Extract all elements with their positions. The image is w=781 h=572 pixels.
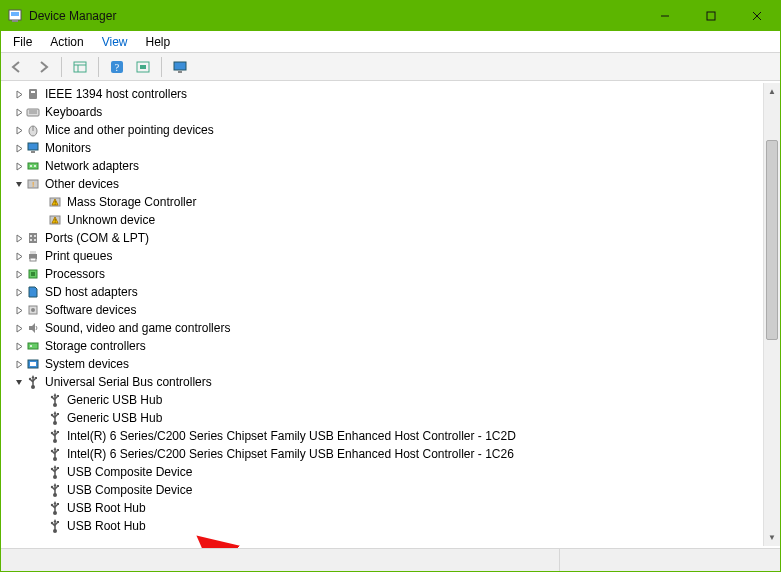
tree-item[interactable]: Keyboards bbox=[3, 103, 762, 121]
svg-rect-7 bbox=[74, 62, 86, 72]
tree-item[interactable]: Processors bbox=[3, 265, 762, 283]
svg-rect-113 bbox=[57, 521, 59, 523]
chevron-right-icon[interactable] bbox=[13, 103, 25, 121]
chevron-down-icon[interactable] bbox=[13, 175, 25, 193]
tree-item[interactable]: USB Root Hub bbox=[3, 499, 762, 517]
svg-point-38 bbox=[34, 235, 36, 237]
monitor-button[interactable] bbox=[168, 55, 192, 79]
device-tree[interactable]: IEEE 1394 host controllersKeyboardsMice … bbox=[3, 83, 762, 546]
maximize-button[interactable] bbox=[688, 1, 734, 31]
system-icon bbox=[25, 356, 41, 372]
sound-icon bbox=[25, 320, 41, 336]
svg-marker-100 bbox=[54, 483, 57, 486]
chevron-right-icon[interactable] bbox=[13, 139, 25, 157]
usb-icon bbox=[47, 518, 63, 534]
window-title: Device Manager bbox=[29, 9, 116, 23]
tree-item[interactable]: USB Composite Device bbox=[3, 481, 762, 499]
titlebar[interactable]: Device Manager bbox=[1, 1, 780, 31]
svg-point-37 bbox=[30, 235, 32, 237]
help-button[interactable]: ? bbox=[105, 55, 129, 79]
content-area: IEEE 1394 host controllersKeyboardsMice … bbox=[1, 81, 780, 549]
tree-item[interactable]: Intel(R) 6 Series/C200 Series Chipset Fa… bbox=[3, 445, 762, 463]
tree-item[interactable]: !Other devices bbox=[3, 175, 762, 193]
tree-item-label: Intel(R) 6 Series/C200 Series Chipset Fa… bbox=[67, 429, 516, 443]
tree-item[interactable]: Print queues bbox=[3, 247, 762, 265]
scroll-up-arrow[interactable]: ▲ bbox=[764, 83, 780, 100]
forward-button[interactable] bbox=[31, 55, 55, 79]
ieee1394-icon bbox=[25, 86, 41, 102]
chevron-right-icon[interactable] bbox=[13, 229, 25, 247]
minimize-button[interactable] bbox=[642, 1, 688, 31]
chevron-right-icon[interactable] bbox=[13, 85, 25, 103]
svg-point-112 bbox=[51, 522, 53, 524]
svg-rect-92 bbox=[57, 467, 59, 469]
tree-item[interactable]: Sound, video and game controllers bbox=[3, 319, 762, 337]
tree-item[interactable]: Monitors bbox=[3, 139, 762, 157]
chevron-right-icon[interactable] bbox=[13, 337, 25, 355]
svg-rect-2 bbox=[12, 20, 18, 22]
chevron-right-icon[interactable] bbox=[13, 301, 25, 319]
chevron-right-icon[interactable] bbox=[13, 355, 25, 373]
device-manager-window: Device Manager File Action View Help ? bbox=[0, 0, 781, 572]
tree-item[interactable]: Software devices bbox=[3, 301, 762, 319]
port-icon bbox=[25, 230, 41, 246]
svg-rect-45 bbox=[31, 272, 35, 276]
software-icon bbox=[25, 302, 41, 318]
tree-item[interactable]: USB Composite Device bbox=[3, 463, 762, 481]
scan-hardware-button[interactable] bbox=[131, 55, 155, 79]
monitor-icon bbox=[25, 140, 41, 156]
chevron-down-icon[interactable] bbox=[13, 373, 25, 391]
tree-item[interactable]: Generic USB Hub bbox=[3, 409, 762, 427]
tree-item[interactable]: Generic USB Hub bbox=[3, 391, 762, 409]
tree-item-label: IEEE 1394 host controllers bbox=[45, 87, 187, 101]
status-panel-left bbox=[1, 549, 560, 571]
tree-item[interactable]: SD host adapters bbox=[3, 283, 762, 301]
scroll-down-arrow[interactable]: ▼ bbox=[764, 529, 780, 546]
tree-item[interactable]: !Mass Storage Controller bbox=[3, 193, 762, 211]
menubar: File Action View Help bbox=[1, 31, 780, 53]
menu-help[interactable]: Help bbox=[138, 33, 179, 51]
tree-item[interactable]: Network adapters bbox=[3, 157, 762, 175]
svg-rect-85 bbox=[57, 449, 59, 451]
close-button[interactable] bbox=[734, 1, 780, 31]
tree-item[interactable]: Ports (COM & LPT) bbox=[3, 229, 762, 247]
tree-item-label: Monitors bbox=[45, 141, 91, 155]
chevron-right-icon[interactable] bbox=[13, 265, 25, 283]
tree-item-label: USB Root Hub bbox=[67, 519, 146, 533]
svg-point-105 bbox=[51, 504, 53, 506]
usb-icon bbox=[47, 482, 63, 498]
show-hide-pane-button[interactable] bbox=[68, 55, 92, 79]
status-panel-right bbox=[560, 549, 780, 571]
tree-item-label: Storage controllers bbox=[45, 339, 146, 353]
toolbar-separator bbox=[61, 57, 62, 77]
chevron-right-icon[interactable] bbox=[13, 319, 25, 337]
menu-view[interactable]: View bbox=[94, 33, 136, 51]
chevron-right-icon[interactable] bbox=[13, 121, 25, 139]
scroll-thumb[interactable] bbox=[766, 140, 778, 340]
tree-item[interactable]: Storage controllers bbox=[3, 337, 762, 355]
vertical-scrollbar[interactable]: ▲ ▼ bbox=[763, 83, 780, 546]
tree-item[interactable]: Universal Serial Bus controllers bbox=[3, 373, 762, 391]
svg-point-91 bbox=[51, 468, 53, 470]
statusbar bbox=[1, 549, 780, 571]
menu-action[interactable]: Action bbox=[42, 33, 91, 51]
back-button[interactable] bbox=[5, 55, 29, 79]
tree-item[interactable]: USB Root Hub bbox=[3, 517, 762, 535]
chevron-right-icon[interactable] bbox=[13, 283, 25, 301]
tree-item-label: Sound, video and game controllers bbox=[45, 321, 230, 335]
tree-item[interactable]: IEEE 1394 host controllers bbox=[3, 85, 762, 103]
chevron-right-icon[interactable] bbox=[13, 157, 25, 175]
tree-item-label: SD host adapters bbox=[45, 285, 138, 299]
tree-item[interactable]: !Unknown device bbox=[3, 211, 762, 229]
menu-file[interactable]: File bbox=[5, 33, 40, 51]
svg-marker-58 bbox=[32, 375, 35, 378]
svg-point-39 bbox=[30, 239, 32, 241]
tree-item[interactable]: System devices bbox=[3, 355, 762, 373]
chevron-right-icon[interactable] bbox=[13, 247, 25, 265]
svg-marker-79 bbox=[54, 429, 57, 432]
tree-item[interactable]: Intel(R) 6 Series/C200 Series Chipset Fa… bbox=[3, 427, 762, 445]
app-icon bbox=[7, 8, 23, 24]
tree-item[interactable]: Mice and other pointing devices bbox=[3, 121, 762, 139]
tree-item-label: USB Composite Device bbox=[67, 465, 192, 479]
warn-icon: ! bbox=[47, 194, 63, 210]
